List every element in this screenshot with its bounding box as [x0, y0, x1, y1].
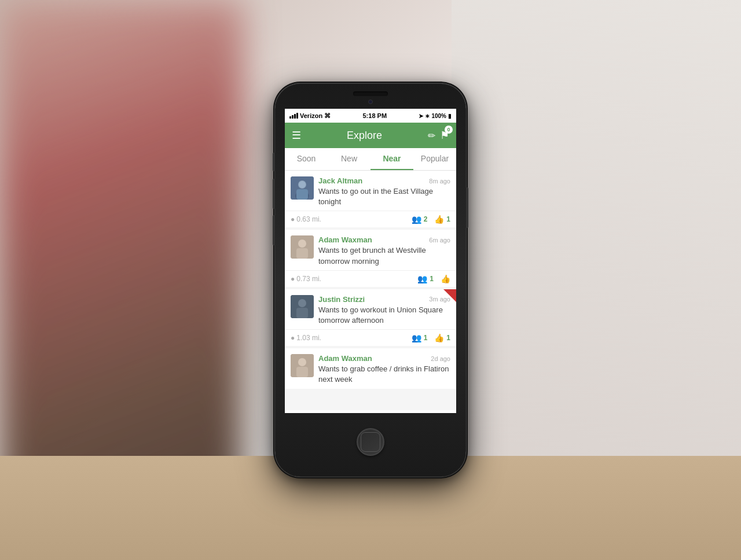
post-author: Justin Strizzi	[318, 295, 365, 304]
tab-new[interactable]: New	[328, 148, 370, 170]
like-stat[interactable]: 👍	[441, 274, 450, 283]
front-camera	[368, 100, 373, 104]
bluetooth-icon: ∗	[425, 113, 430, 119]
notifications-button[interactable]: ⚑ 0	[440, 129, 449, 142]
post-stats: 👥 1 👍	[417, 274, 450, 283]
post-footer: ● 1.03 mi. 👥 1 👍 1	[285, 329, 456, 346]
thumbs-up-icon: 👍	[441, 274, 450, 283]
wifi-icon: ⌘	[324, 112, 331, 120]
phone-bottom	[357, 413, 384, 477]
signal-bar-1	[289, 116, 291, 119]
group-icon: 👥	[417, 274, 427, 283]
post-text: Wants to get brunch at Westville tomorro…	[318, 245, 450, 266]
signal-bar-2	[292, 115, 294, 119]
tabs-bar: Soon New Near Popular	[285, 148, 456, 171]
like-count: 1	[446, 215, 450, 223]
post-card[interactable]: Justin Strizzi 3m ago Wants to go workou…	[285, 289, 456, 346]
group-stat[interactable]: 👥 2	[412, 215, 428, 224]
post-card[interactable]: Jack Altman 8m ago Wants to go out in th…	[285, 171, 456, 227]
post-text: Wants to go workout in Union Square tomo…	[318, 305, 450, 326]
battery-icon: ▮	[448, 113, 452, 119]
post-content: Adam Waxman 2d ago Wants to grab coffee …	[318, 354, 450, 385]
svg-point-9	[298, 299, 306, 307]
avatar	[291, 176, 314, 200]
post-header: Adam Waxman 2d ago Wants to grab coffee …	[285, 348, 456, 388]
like-stat[interactable]: 👍 1	[434, 215, 450, 224]
like-stat[interactable]: 👍 1	[434, 333, 450, 342]
phone-device: Verizon ⌘ 5:18 PM ➤ ∗ 100% ▮ ☰ Explore ✏…	[275, 83, 466, 477]
post-content: Adam Waxman 6m ago Wants to get brunch a…	[318, 235, 450, 266]
post-header: Justin Strizzi 3m ago Wants to go workou…	[285, 289, 456, 329]
group-icon: 👥	[412, 215, 421, 224]
nav-title: Explore	[347, 130, 382, 142]
post-footer: ● 0.63 mi. 👥 2 👍 1	[285, 211, 456, 227]
svg-rect-10	[296, 308, 308, 318]
power-button[interactable]	[466, 187, 468, 228]
post-content: Jack Altman 8m ago Wants to go out in th…	[318, 176, 450, 207]
nav-right: ✏ ⚑ 0	[428, 129, 449, 142]
status-right: ➤ ∗ 100% ▮	[419, 113, 452, 119]
post-stats: 👥 1 👍 1	[412, 333, 450, 342]
post-location: ● 0.63 mi.	[291, 215, 412, 223]
svg-point-12	[298, 358, 306, 366]
post-meta: Adam Waxman 6m ago	[318, 235, 450, 244]
group-count: 2	[424, 215, 428, 223]
volume-up-button[interactable]	[273, 179, 275, 209]
notification-badge: 0	[445, 126, 453, 134]
svg-point-6	[298, 240, 306, 248]
avatar	[291, 354, 314, 377]
menu-icon[interactable]: ☰	[292, 129, 301, 142]
new-ribbon	[443, 289, 456, 302]
carrier-label: Verizon	[300, 112, 322, 119]
group-icon: 👥	[412, 333, 421, 342]
location-pin-icon: ●	[291, 275, 295, 283]
post-content: Justin Strizzi 3m ago Wants to go workou…	[318, 295, 450, 326]
post-footer: ● 0.73 mi. 👥 1 👍	[285, 270, 456, 287]
post-card[interactable]: Adam Waxman 2d ago Wants to grab coffee …	[285, 348, 456, 388]
group-stat[interactable]: 👥 1	[417, 274, 434, 283]
nav-left: ☰	[292, 129, 301, 142]
tab-near[interactable]: Near	[370, 148, 413, 170]
signal-bar-4	[296, 113, 298, 119]
post-author: Adam Waxman	[318, 354, 372, 363]
home-button[interactable]	[357, 428, 384, 456]
avatar	[291, 235, 314, 259]
location-pin-icon: ●	[291, 334, 295, 342]
mute-button[interactable]	[273, 153, 275, 171]
post-text: Wants to grab coffee / drinks in Flatiro…	[318, 364, 450, 385]
post-meta: Jack Altman 8m ago	[318, 176, 450, 185]
post-meta: Adam Waxman 2d ago	[318, 354, 450, 363]
svg-rect-4	[296, 189, 308, 200]
location-icon: ➤	[419, 113, 423, 119]
thumbs-up-icon: 👍	[434, 215, 444, 224]
compose-icon[interactable]: ✏	[428, 130, 435, 141]
status-left: Verizon ⌘	[289, 112, 331, 120]
post-header: Jack Altman 8m ago Wants to go out in th…	[285, 171, 456, 211]
status-time: 5:18 PM	[362, 112, 387, 119]
post-header: Adam Waxman 6m ago Wants to get brunch a…	[285, 230, 456, 270]
svg-rect-7	[296, 248, 308, 259]
post-location: ● 0.73 mi.	[291, 275, 417, 283]
tab-soon[interactable]: Soon	[285, 148, 328, 170]
feed: Jack Altman 8m ago Wants to go out in th…	[285, 171, 456, 410]
post-time: 8m ago	[429, 178, 450, 185]
post-text: Wants to go out in the East Village toni…	[318, 186, 450, 207]
thumbs-up-icon: 👍	[434, 333, 444, 342]
location-pin-icon: ●	[291, 215, 295, 223]
like-count: 1	[446, 334, 450, 342]
home-button-inner	[361, 432, 380, 452]
group-count: 1	[430, 275, 434, 283]
avatar	[291, 295, 314, 318]
tab-popular[interactable]: Popular	[413, 148, 456, 170]
speaker-grill	[353, 91, 388, 96]
post-card[interactable]: Adam Waxman 6m ago Wants to get brunch a…	[285, 230, 456, 286]
post-location: ● 1.03 mi.	[291, 334, 412, 342]
group-stat[interactable]: 👥 1	[412, 333, 428, 342]
phone-top	[275, 83, 466, 104]
group-count: 1	[424, 334, 428, 342]
volume-down-button[interactable]	[273, 215, 275, 245]
signal-bar-3	[294, 114, 296, 119]
post-author: Jack Altman	[318, 176, 362, 185]
phone-screen: Verizon ⌘ 5:18 PM ➤ ∗ 100% ▮ ☰ Explore ✏…	[285, 109, 456, 413]
post-time: 2d ago	[431, 355, 450, 362]
